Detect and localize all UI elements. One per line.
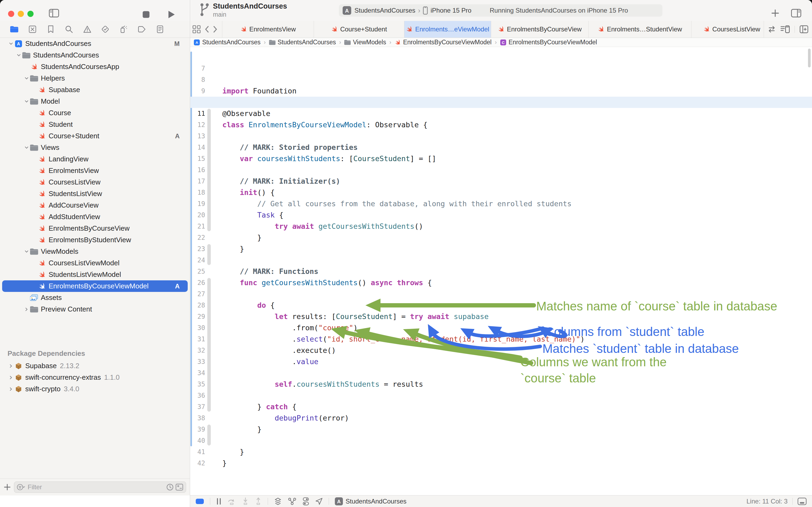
- code-line-36[interactable]: 36 } catch {: [190, 379, 812, 390]
- sidebar-item-studentslistview[interactable]: StudentsListView: [2, 188, 188, 200]
- sidebar-item-enrolmentsbycourseview[interactable]: EnrolmentsByCourseView: [2, 223, 188, 234]
- go-forward-icon[interactable]: [213, 26, 218, 33]
- sidebar-item-student[interactable]: Student: [2, 119, 188, 130]
- code-line-20[interactable]: 20 try await getCoursesWithStudents(): [190, 198, 812, 210]
- filter-input[interactable]: [27, 483, 164, 491]
- disclosure-right-icon[interactable]: [7, 364, 14, 368]
- code-line-25[interactable]: 25 func getCoursesWithStudents() async t…: [190, 255, 812, 266]
- package-supabase[interactable]: Supabase 2.13.2: [2, 360, 188, 372]
- scheme-selector[interactable]: A StudentsAndCourses › iPhone 15 Pro Run…: [339, 4, 662, 17]
- related-items-icon[interactable]: [192, 25, 200, 33]
- tab-enrolmentsbycourseview[interactable]: EnrolmentsByCourseView: [491, 21, 588, 38]
- code-line-10[interactable]: 10 @Observable: [190, 86, 812, 97]
- disclosure-right-icon[interactable]: [7, 376, 14, 380]
- code-line-34[interactable]: 34 self.coursesWithStudents = results: [190, 356, 812, 368]
- tab-enrolments-studentview[interactable]: Enrolments…StudentView: [588, 21, 691, 38]
- running-app-entry[interactable]: A StudentsAndCourses: [335, 497, 407, 505]
- sidebar-divider[interactable]: [190, 0, 190, 507]
- sidebar-item-enrolmentsbystudentview[interactable]: EnrolmentsByStudentView: [2, 234, 188, 246]
- view-hierarchy-icon[interactable]: [274, 497, 282, 505]
- sidebar-item-model[interactable]: Model: [2, 96, 188, 107]
- sourcecontrol-filter-icon[interactable]: [176, 484, 183, 491]
- stop-button[interactable]: [142, 11, 150, 18]
- sidebar-item-addstudentview[interactable]: AddStudentView: [2, 211, 188, 223]
- sidebar-item-enrolmentsview[interactable]: EnrolmentsView: [2, 165, 188, 176]
- sidebar-item-assets[interactable]: Assets: [2, 292, 188, 303]
- code-line-8[interactable]: 8 import Foundation: [190, 63, 812, 74]
- code-line-31[interactable]: 31 .execute(): [190, 322, 812, 334]
- tab-enrolments-eviewmodel[interactable]: Enrolments…eViewModel: [404, 21, 491, 38]
- sidebar-item-studentsandcourses[interactable]: StudentsAndCourses: [2, 49, 188, 61]
- code-line-18[interactable]: 18 // Get all courses from the database,…: [190, 176, 812, 187]
- code-line-16[interactable]: 16 // MARK: Initializer(s): [190, 153, 812, 164]
- code-line-11[interactable]: 11 class EnrolmentsByCourseViewModel: Ob…: [190, 97, 812, 108]
- code-line-14[interactable]: 14 var coursesWithStudents: [CourseStude…: [190, 130, 812, 142]
- navigator-source-control-icon[interactable]: [28, 25, 37, 33]
- sidebar-item-studentsandcoursesapp[interactable]: StudentsAndCoursesApp: [2, 61, 188, 72]
- code-line-19[interactable]: 19 Task {: [190, 187, 812, 198]
- sidebar-item-studentslistviewmodel[interactable]: StudentsListViewModel: [2, 269, 188, 280]
- disclosure-down-icon[interactable]: [15, 54, 22, 57]
- memory-graph-icon[interactable]: [288, 497, 296, 505]
- package-swift-crypto[interactable]: swift-crypto 3.4.0: [2, 383, 188, 395]
- code-line-12[interactable]: 12: [190, 108, 812, 119]
- navigator-debug-icon[interactable]: [119, 25, 127, 33]
- sidebar-item-supabase[interactable]: Supabase: [2, 84, 188, 96]
- toggle-left-sidebar-icon[interactable]: [49, 9, 59, 18]
- tab-course-student[interactable]: Course+Student: [313, 21, 404, 38]
- code-line-42[interactable]: 42: [190, 446, 812, 458]
- add-editor-icon[interactable]: [800, 25, 808, 33]
- sidebar-item-courseslistviewmodel[interactable]: CoursesListViewModel: [2, 257, 188, 269]
- breadcrumb-enrolmentsbycourseviewmodel-3[interactable]: EnrolmentsByCourseViewModel: [395, 39, 491, 46]
- minimap-toggle-icon[interactable]: [798, 498, 807, 505]
- sidebar-item-studentsandcourses[interactable]: A StudentsAndCourses M: [2, 38, 188, 49]
- sidebar-item-enrolmentsbycourseviewmodel[interactable]: EnrolmentsByCourseViewModel A: [2, 280, 188, 292]
- adjust-editor-icon[interactable]: [780, 25, 790, 33]
- navigator-project-icon[interactable]: [10, 25, 18, 33]
- minimize-button[interactable]: [18, 11, 24, 17]
- run-button[interactable]: [168, 10, 176, 19]
- navigator-reports-icon[interactable]: [156, 25, 164, 33]
- navigator-bookmarks-icon[interactable]: [47, 25, 55, 33]
- code-line-41[interactable]: 41 }: [190, 435, 812, 446]
- run-destination[interactable]: iPhone 15 Pro: [430, 7, 471, 14]
- tab-courseslistview[interactable]: CoursesListView: [691, 21, 764, 38]
- sidebar-item-courseslistview[interactable]: CoursesListView: [2, 176, 188, 188]
- disclosure-down-icon[interactable]: [23, 100, 30, 103]
- source-editor[interactable]: 7 8 import Foundation 9 10 @Observable 1…: [190, 47, 812, 495]
- code-line-7[interactable]: 7: [190, 52, 812, 63]
- code-line-26[interactable]: 26: [190, 266, 812, 277]
- sidebar-item-addcourseview[interactable]: AddCourseView: [2, 200, 188, 211]
- scheme-name[interactable]: StudentsAndCourses: [354, 7, 415, 14]
- navigator-tests-icon[interactable]: [101, 25, 109, 33]
- code-line-39[interactable]: 39: [190, 412, 812, 424]
- swap-editor-icon[interactable]: [768, 25, 776, 33]
- sidebar-item-views[interactable]: Views: [2, 142, 188, 153]
- zoom-button[interactable]: [27, 11, 34, 17]
- breadcrumb-viewmodels-2[interactable]: ViewModels: [344, 39, 386, 46]
- code-line-23[interactable]: 23: [190, 232, 812, 243]
- disclosure-down-icon[interactable]: [7, 43, 14, 45]
- code-line-13[interactable]: 13 // MARK: Storied properties: [190, 119, 812, 130]
- sidebar-item-helpers[interactable]: Helpers: [2, 72, 188, 84]
- editor-layout-button[interactable]: [195, 498, 204, 505]
- disclosure-right-icon[interactable]: [7, 387, 14, 391]
- code-line-27[interactable]: 27 do {: [190, 277, 812, 288]
- code-line-37[interactable]: 37 debugPrint(error): [190, 390, 812, 401]
- go-back-icon[interactable]: [205, 26, 209, 33]
- tab-enrolmentsview[interactable]: EnrolmentsView: [222, 21, 313, 38]
- recent-files-icon[interactable]: [167, 484, 173, 491]
- navigator-issues-icon[interactable]: [83, 25, 91, 33]
- editor-scrollbar[interactable]: [808, 49, 811, 67]
- close-button[interactable]: [8, 11, 14, 17]
- filter-field[interactable]: [14, 482, 186, 493]
- code-line-24[interactable]: 24 // MARK: Functions: [190, 243, 812, 255]
- add-file-button[interactable]: [4, 484, 11, 491]
- sidebar-item-preview-content[interactable]: Preview Content: [2, 303, 188, 315]
- code-line-15[interactable]: 15: [190, 142, 812, 153]
- sidebar-item-viewmodels[interactable]: ViewModels: [2, 246, 188, 257]
- code-line-21[interactable]: 21 }: [190, 210, 812, 221]
- code-line-40[interactable]: 40 }: [190, 424, 812, 435]
- code-line-17[interactable]: 17 init() {: [190, 164, 812, 176]
- code-line-35[interactable]: 35: [190, 368, 812, 379]
